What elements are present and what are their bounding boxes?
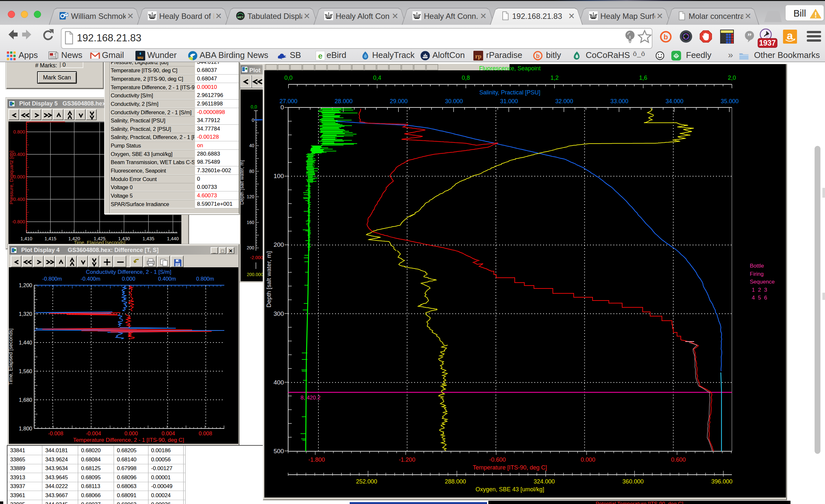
svg-text:Temperature Difference, 2 - 1: Temperature Difference, 2 - 1 [ITS-90, d…	[73, 437, 184, 443]
svg-text:-0.600: -0.600	[489, 456, 506, 463]
svg-text:0.800m: 0.800m	[196, 276, 214, 282]
svg-text:1,435: 1,435	[143, 236, 154, 241]
svg-text:30.000: 30.000	[445, 98, 463, 104]
svg-text:360.000: 360.000	[622, 478, 644, 485]
svg-text:Time, Elapsed [seconds]: Time, Elapsed [seconds]	[9, 329, 13, 385]
svg-text:1,560: 1,560	[19, 368, 32, 374]
svg-text:-0.004: -0.004	[86, 430, 101, 436]
svg-text:”: ”	[748, 31, 752, 41]
svg-text:29.000: 29.000	[390, 98, 407, 104]
svg-text:33.000: 33.000	[610, 98, 628, 104]
svg-text:1,6: 1,6	[639, 75, 647, 81]
svg-text:1937: 1937	[759, 39, 775, 47]
svg-text:1,320: 1,320	[19, 311, 32, 317]
svg-text:b: b	[664, 33, 668, 41]
svg-text:2,0: 2,0	[728, 75, 736, 81]
svg-text:1,410: 1,410	[20, 236, 32, 241]
svg-text:Depth [salt water, m]: Depth [salt water, m]	[240, 160, 244, 205]
svg-text:wu: wu	[137, 55, 143, 60]
svg-text:324.000: 324.000	[534, 478, 555, 485]
svg-text:1,680: 1,680	[19, 397, 32, 403]
svg-text:-2.000: -2.000	[250, 255, 263, 260]
svg-text:-0.800m: -0.800m	[42, 276, 62, 282]
svg-text:31.000: 31.000	[500, 98, 518, 104]
svg-text:Temperature [ITS-90, deg C]: Temperature [ITS-90, deg C]	[473, 464, 547, 471]
svg-text:0.000: 0.000	[13, 174, 25, 179]
svg-text:0.004: 0.004	[161, 430, 175, 436]
svg-text:1,415: 1,415	[45, 236, 56, 241]
svg-text:1 2 3: 1 2 3	[752, 287, 767, 293]
svg-text:34.000: 34.000	[666, 98, 683, 104]
svg-text:-0.800: -0.800	[12, 219, 25, 224]
svg-text:4 5 6: 4 5 6	[752, 295, 767, 301]
svg-text:e: e	[318, 52, 322, 60]
svg-text:32.000: 32.000	[555, 98, 573, 104]
svg-text:200: 200	[274, 241, 284, 248]
svg-text:Salinity, Practical [PSU]: Salinity, Practical [PSU]	[479, 89, 540, 96]
svg-text:0.800: 0.800	[13, 129, 25, 135]
svg-text:Plot: Plot	[249, 67, 260, 74]
svg-text:400: 400	[274, 379, 284, 386]
svg-text:0: 0	[252, 118, 254, 123]
svg-text:0.000: 0.000	[122, 276, 135, 282]
svg-text:160: 160	[247, 220, 254, 225]
svg-text:27.000: 27.000	[279, 98, 297, 104]
svg-text:288.000: 288.000	[445, 478, 466, 485]
svg-text:Depth [salt water, m]: Depth [salt water, m]	[265, 251, 272, 307]
svg-text:-1.200: -1.200	[399, 456, 416, 463]
svg-text:0.600: 0.600	[671, 456, 686, 463]
svg-text:Oxygen, SBE 43 [umol/kg]: Oxygen, SBE 43 [umol/kg]	[475, 486, 544, 493]
svg-text:-1.800: -1.800	[308, 456, 325, 463]
svg-text:MET: MET	[237, 16, 244, 19]
svg-text:Fluorescence, Seapoint: Fluorescence, Seapoint	[479, 65, 540, 72]
svg-text:8, 420.2: 8, 420.2	[301, 394, 320, 401]
svg-text:b: b	[536, 53, 540, 59]
svg-text:1,440: 1,440	[19, 340, 32, 346]
svg-text:28.000: 28.000	[335, 98, 353, 104]
svg-text:0.000: 0.000	[581, 456, 595, 463]
svg-text:Sequence: Sequence	[750, 279, 775, 285]
svg-text:396.000: 396.000	[711, 478, 733, 485]
svg-text:100: 100	[274, 172, 284, 179]
svg-text:-0.400m: -0.400m	[81, 276, 100, 282]
svg-text:0: 0	[280, 104, 284, 111]
svg-text:Conductivity Difference, 2 - 1: Conductivity Difference, 2 - 1 [S/m]	[86, 269, 171, 275]
svg-text:80: 80	[249, 169, 254, 174]
svg-text:1,2: 1,2	[550, 75, 559, 81]
svg-text:1,800: 1,800	[19, 426, 32, 431]
svg-text:Firing: Firing	[750, 271, 764, 277]
svg-text:-0.008: -0.008	[48, 430, 64, 436]
svg-text:40: 40	[249, 143, 254, 148]
svg-text:500: 500	[274, 448, 284, 454]
svg-text:Pressure, Digiquartz [db]: Pressure, Digiquartz [db]	[8, 150, 14, 204]
svg-text:200: 200	[247, 245, 254, 250]
svg-text:a: a	[787, 29, 794, 42]
svg-text:0.400: 0.400	[13, 152, 25, 157]
svg-text:252.000: 252.000	[356, 478, 377, 485]
svg-text:120: 120	[247, 194, 254, 199]
svg-text:rp: rp	[475, 53, 481, 60]
svg-text:35.000: 35.000	[721, 98, 739, 104]
svg-text:300: 300	[274, 310, 284, 317]
svg-text:1,200: 1,200	[19, 282, 32, 288]
svg-text:Bottle: Bottle	[750, 263, 764, 269]
svg-text:200.000: 200.000	[247, 272, 264, 277]
svg-text:0,0: 0,0	[284, 75, 292, 81]
svg-text:0.000: 0.000	[124, 430, 138, 436]
svg-text:0,0: 0,0	[251, 104, 257, 110]
svg-text:0,8: 0,8	[462, 75, 470, 81]
svg-text:0.400m: 0.400m	[158, 276, 176, 282]
svg-text:1,440: 1,440	[167, 236, 179, 241]
svg-text:0.008: 0.008	[199, 430, 212, 436]
svg-text:0,4: 0,4	[373, 75, 381, 81]
